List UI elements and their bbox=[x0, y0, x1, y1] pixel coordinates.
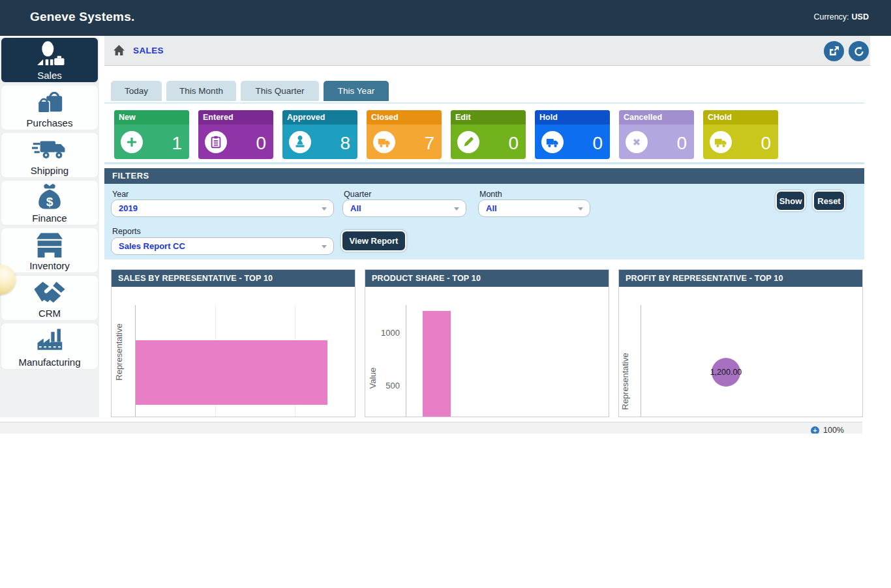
chevron-down-icon bbox=[454, 207, 459, 211]
kpi-card-new[interactable]: New 1 bbox=[114, 110, 189, 159]
quarter-label: Quarter bbox=[344, 190, 371, 199]
kpi-card-value: 0 bbox=[256, 127, 266, 159]
sidebar-item-label: Inventory bbox=[29, 260, 70, 271]
kpi-card-edit[interactable]: Edit 0 bbox=[451, 110, 526, 159]
delivery-truck-icon bbox=[32, 136, 67, 165]
sidebar-item-crm[interactable]: CRM bbox=[1, 276, 98, 320]
handshake-icon bbox=[31, 279, 68, 308]
tab-this-quarter[interactable]: This Quarter bbox=[241, 81, 319, 101]
sidebar-nav: Sales Purchases bbox=[0, 38, 99, 417]
report-status-bar: + 100% bbox=[0, 422, 862, 434]
kpi-card-label: New bbox=[119, 113, 136, 122]
kpi-card-approved[interactable]: Approved 8 bbox=[282, 110, 357, 159]
kpi-card-label: Entered bbox=[203, 113, 234, 122]
salesperson-icon bbox=[32, 41, 67, 70]
chevron-down-icon bbox=[322, 207, 327, 211]
month-select-value: All bbox=[486, 203, 497, 213]
chart-title: SALES BY REPRESENTATIVE - TOP 10 bbox=[112, 270, 355, 287]
y-axis-line bbox=[406, 305, 406, 417]
chart-title: PROFIT BY REPRESENTATIVE - TOP 10 bbox=[619, 270, 862, 287]
export-icon[interactable] bbox=[824, 41, 844, 61]
year-select[interactable]: 2019 bbox=[111, 199, 334, 217]
app-window: Geneve Systems. Currency:USD Sales bbox=[0, 0, 891, 588]
filters-panel: FILTERS Year 2019 Quarter All Month All … bbox=[104, 168, 864, 259]
kpi-card-value: 0 bbox=[592, 127, 603, 159]
kpi-card-value: 0 bbox=[508, 127, 519, 159]
tab-today[interactable]: Today bbox=[111, 81, 162, 101]
quarter-select[interactable]: All bbox=[342, 199, 466, 217]
chart-panel-product-share: PRODUCT SHARE - TOP 10 Value 1000 500 bbox=[365, 269, 609, 417]
reports-select[interactable]: Sales Report CC bbox=[111, 237, 334, 255]
kpi-card-cancelled[interactable]: Cancelled 0 bbox=[619, 110, 694, 159]
chart-panel-sales-by-representative: SALES BY REPRESENTATIVE - TOP 10 Represe… bbox=[111, 269, 355, 417]
sidebar-item-finance[interactable]: $ Finance bbox=[1, 181, 98, 225]
kpi-card-label: CHold bbox=[708, 113, 732, 122]
sidebar-item-purchases[interactable]: Purchases bbox=[1, 85, 98, 130]
view-report-button[interactable]: View Report bbox=[341, 230, 406, 252]
chart-area: Representative bbox=[112, 287, 355, 417]
kpi-card-label: Approved bbox=[287, 113, 325, 122]
sidebar-item-label: Sales bbox=[37, 70, 62, 81]
zoom-control[interactable]: + 100% bbox=[811, 426, 844, 434]
pencil-icon bbox=[457, 131, 479, 153]
sidebar-item-manufacturing[interactable]: Manufacturing bbox=[1, 323, 98, 369]
reports-select-value: Sales Report CC bbox=[119, 241, 185, 251]
filters-header: FILTERS bbox=[104, 168, 864, 184]
truck-icon bbox=[541, 131, 564, 153]
y-axis-title: Representative bbox=[620, 329, 631, 417]
warehouse-icon bbox=[33, 231, 66, 260]
kpi-card-hold[interactable]: Hold 0 bbox=[535, 110, 610, 159]
refresh-icon[interactable] bbox=[849, 41, 869, 61]
y-axis-line bbox=[641, 305, 641, 417]
y-axis-title: Representative bbox=[114, 300, 125, 404]
page-title[interactable]: SALES bbox=[133, 46, 164, 55]
kpi-card-label: Cancelled bbox=[624, 113, 662, 122]
money-bag-icon: $ bbox=[34, 184, 65, 213]
truck-icon bbox=[710, 131, 732, 153]
tab-this-month[interactable]: This Month bbox=[166, 81, 236, 101]
kpi-card-closed[interactable]: Closed 7 bbox=[367, 110, 442, 159]
chart-panel-profit-by-representative: PROFIT BY REPRESENTATIVE - TOP 10 Repres… bbox=[618, 269, 863, 417]
sidebar-item-shipping[interactable]: Shipping bbox=[1, 133, 98, 177]
bar-product bbox=[423, 311, 451, 417]
bar-representative bbox=[136, 340, 327, 405]
chevron-down-icon bbox=[322, 245, 327, 248]
kpi-card-label: Hold bbox=[539, 113, 558, 122]
truck-icon bbox=[373, 131, 395, 153]
sidebar-item-sales[interactable]: Sales bbox=[1, 38, 98, 82]
sidebar-item-label: CRM bbox=[38, 308, 61, 319]
month-label: Month bbox=[479, 190, 502, 199]
sidebar-item-inventory[interactable]: Inventory bbox=[1, 228, 98, 272]
month-select[interactable]: All bbox=[478, 199, 590, 217]
sidebar-item-label: Manufacturing bbox=[18, 357, 80, 368]
y-axis-title: Value bbox=[368, 326, 378, 417]
kpi-card-chold[interactable]: CHold 0 bbox=[703, 110, 778, 159]
kpi-card-value: 1 bbox=[172, 127, 182, 159]
sidebar-item-label: Finance bbox=[32, 213, 67, 224]
y-axis-tick: 500 bbox=[374, 381, 400, 390]
kpi-card-label: Closed bbox=[371, 113, 399, 122]
zoom-level: 100% bbox=[823, 426, 844, 434]
period-tabs: Today This Month This Quarter This Year bbox=[111, 81, 389, 101]
bubble-data-label: 1,200.00 bbox=[688, 368, 764, 377]
zoom-in-icon: + bbox=[811, 426, 819, 434]
kpi-card-value: 8 bbox=[340, 127, 350, 159]
quarter-select-value: All bbox=[350, 203, 361, 213]
kpi-card-value: 7 bbox=[424, 127, 434, 159]
currency-value: USD bbox=[852, 12, 869, 22]
currency-indicator: Currency:USD bbox=[813, 12, 869, 22]
stamp-icon bbox=[289, 131, 311, 153]
reset-button[interactable]: Reset bbox=[813, 190, 845, 211]
chart-area: Value 1000 500 bbox=[365, 287, 609, 417]
kpi-cards-strip: New 1 Entered 0 Approved bbox=[104, 102, 864, 164]
chart-area: Representative 1,200.00 bbox=[619, 287, 862, 417]
kpi-card-value: 0 bbox=[676, 127, 687, 159]
shopping-bags-icon bbox=[33, 89, 66, 117]
tab-this-year[interactable]: This Year bbox=[324, 81, 389, 101]
x-icon bbox=[626, 131, 648, 153]
show-button[interactable]: Show bbox=[776, 190, 806, 211]
kpi-card-entered[interactable]: Entered 0 bbox=[198, 110, 273, 159]
chevron-down-icon bbox=[578, 207, 583, 211]
home-icon[interactable] bbox=[113, 45, 125, 58]
currency-label: Currency: bbox=[813, 12, 849, 22]
